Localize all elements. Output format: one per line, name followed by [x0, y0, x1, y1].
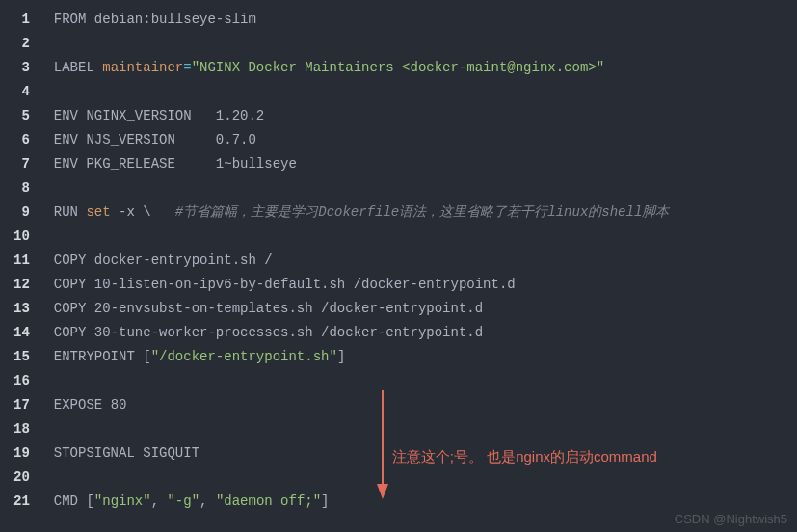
code-line	[54, 466, 797, 490]
dockerfile-instruction: LABEL	[54, 60, 102, 75]
dockerfile-instruction: ENV	[54, 132, 87, 147]
code-line	[54, 32, 797, 56]
line-number: 17	[13, 393, 30, 417]
line-number: 6	[13, 128, 30, 152]
dockerfile-instruction: COPY	[54, 301, 94, 316]
code-text: 10-listen-on-ipv6-by-default.sh /docker-…	[94, 277, 516, 292]
code-string: "/docker-entrypoint.sh"	[151, 349, 337, 364]
code-text: 80	[111, 397, 127, 412]
code-string: "-g"	[167, 493, 199, 509]
code-line: RUN set -x \ #节省篇幅，主要是学习Dcokerfile语法，这里省…	[54, 200, 797, 225]
line-number-gutter: 1 2 3 4 5 6 7 8 9 10 11 12 13 14 15 16 1…	[0, 0, 40, 532]
annotation-text: 注意这个;号。 也是nginx的启动command	[392, 448, 657, 466]
code-key: set	[86, 204, 110, 220]
code-line	[54, 225, 797, 249]
dockerfile-instruction: COPY	[54, 253, 94, 268]
code-text: ,	[199, 493, 216, 509]
code-line	[54, 176, 797, 200]
code-text: SIGQUIT	[143, 445, 199, 461]
code-key: PKG_RELEASE	[86, 156, 174, 172]
watermark: CSDN @Nightwish5	[675, 512, 787, 526]
code-string: "nginx"	[94, 493, 151, 509]
code-pane[interactable]: FROM debian:bullseye-slim LABEL maintain…	[40, 0, 797, 532]
code-line: COPY 30-tune-worker-processes.sh /docker…	[54, 321, 797, 345]
line-number: 21	[13, 490, 30, 514]
code-line: ENV PKG_RELEASE 1~bullseye	[54, 152, 797, 176]
dockerfile-instruction: COPY	[54, 325, 94, 340]
code-text: 1~bullseye	[175, 156, 297, 172]
code-line: FROM debian:bullseye-slim	[54, 8, 797, 32]
code-string: "NGINX Docker Maintainers <docker-maint@…	[192, 60, 604, 75]
code-string: "daemon off;"	[216, 493, 321, 509]
code-key: maintainer	[102, 60, 183, 75]
code-line: EXPOSE 80	[54, 393, 797, 417]
code-line: COPY 10-listen-on-ipv6-by-default.sh /do…	[54, 273, 797, 297]
code-bracket: [	[86, 493, 93, 509]
code-bracket: ]	[321, 493, 329, 509]
code-line: ENTRYPOINT ["/docker-entrypoint.sh"]	[54, 345, 797, 369]
line-number: 11	[13, 249, 30, 273]
line-number: 18	[13, 417, 30, 441]
code-text: ,	[151, 493, 168, 509]
line-number: 3	[13, 56, 30, 80]
code-bracket: [	[143, 349, 150, 364]
code-line	[54, 369, 797, 393]
dockerfile-instruction: STOPSIGNAL	[54, 445, 143, 461]
dockerfile-instruction: ENV	[54, 108, 87, 123]
dockerfile-instruction: EXPOSE	[54, 397, 111, 412]
dockerfile-instruction: RUN	[54, 204, 87, 220]
code-line: CMD ["nginx", "-g", "daemon off;"]	[54, 490, 797, 514]
line-number: 10	[13, 225, 30, 249]
code-key: NJS_VERSION	[86, 132, 174, 147]
line-number: 4	[13, 80, 30, 104]
code-line	[54, 417, 797, 441]
line-number: 14	[13, 321, 30, 345]
line-number: 20	[13, 466, 30, 490]
code-text: 0.7.0	[175, 132, 256, 147]
code-text: 20-envsubst-on-templates.sh /docker-entr…	[94, 301, 483, 316]
code-line	[54, 80, 797, 104]
line-number: 12	[13, 273, 30, 297]
line-number: 1	[13, 8, 30, 32]
code-text: 30-tune-worker-processes.sh /docker-entr…	[94, 325, 483, 340]
code-line: ENV NJS_VERSION 0.7.0	[54, 128, 797, 152]
code-text: debian:bullseye-slim	[94, 12, 256, 27]
code-line: COPY 20-envsubst-on-templates.sh /docker…	[54, 297, 797, 321]
code-comment: #节省篇幅，主要是学习Dcokerfile语法，这里省略了若干行linux的sh…	[175, 204, 669, 220]
code-line: COPY docker-entrypoint.sh /	[54, 249, 797, 273]
dockerfile-instruction: CMD	[54, 493, 87, 509]
code-bracket: ]	[337, 349, 345, 364]
line-number: 8	[13, 176, 30, 200]
code-key: NGINX_VERSION	[86, 108, 191, 123]
line-number: 2	[13, 32, 30, 56]
line-number: 9	[13, 200, 30, 225]
dockerfile-instruction: COPY	[54, 277, 94, 292]
line-number: 15	[13, 345, 30, 369]
line-number: 19	[13, 441, 30, 466]
code-line: LABEL maintainer="NGINX Docker Maintaine…	[54, 56, 797, 80]
code-editor: 1 2 3 4 5 6 7 8 9 10 11 12 13 14 15 16 1…	[0, 0, 797, 532]
code-op: =	[183, 60, 191, 75]
code-text: docker-entrypoint.sh /	[94, 253, 273, 268]
line-number: 7	[13, 152, 30, 176]
dockerfile-instruction: ENTRYPOINT	[54, 349, 143, 364]
code-text: -x \	[111, 204, 175, 220]
line-number: 5	[13, 104, 30, 128]
line-number: 16	[13, 369, 30, 393]
dockerfile-instruction: ENV	[54, 156, 87, 172]
line-number: 13	[13, 297, 30, 321]
dockerfile-instruction: FROM	[54, 12, 94, 27]
code-text: 1.20.2	[192, 108, 265, 123]
code-line: ENV NGINX_VERSION 1.20.2	[54, 104, 797, 128]
